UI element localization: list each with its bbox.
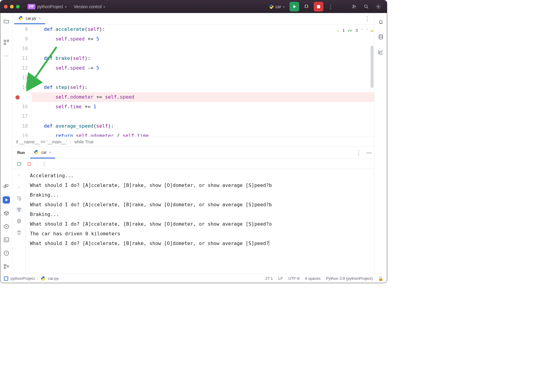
indent-setting[interactable]: 4 spaces — [305, 276, 321, 281]
project-tool-button[interactable] — [3, 18, 10, 25]
soft-wrap-button[interactable] — [16, 195, 22, 201]
svg-rect-8 — [4, 238, 8, 242]
editor[interactable]: 89101112131416171819 ⚠1 ✔✔3 ˄ ˅ def acce… — [12, 24, 374, 137]
next-highlight-button[interactable]: ˅ — [366, 26, 368, 35]
minimize-run-panel-button[interactable]: — — [366, 149, 372, 156]
gutter-line[interactable]: 12 — [12, 63, 28, 73]
stop-run-button[interactable] — [26, 161, 32, 167]
run-console[interactable]: Accelerating...What should I do? [A]ccel… — [26, 169, 374, 274]
gutter-line[interactable]: 18 — [12, 121, 28, 131]
sciview-button[interactable] — [377, 49, 384, 55]
rerun-button[interactable] — [16, 161, 22, 167]
minimize-window-button[interactable] — [10, 5, 14, 8]
gutter-line[interactable]: 8 — [12, 24, 28, 34]
breadcrumb-part-1[interactable]: if __name__ == '__main__' — [16, 139, 67, 144]
breadcrumb-separator-icon: › — [70, 139, 71, 144]
title-bar: PP pythonProject ▾ Version control ▾ car… — [0, 0, 387, 13]
close-window-button[interactable] — [4, 5, 8, 8]
more-menu-button[interactable]: ⋮ — [326, 2, 335, 11]
code-line[interactable]: self.speed += 5 — [32, 34, 374, 44]
run-panel-menu-button[interactable]: ⋮ — [356, 149, 361, 156]
breadcrumb-part-2[interactable]: while True — [74, 139, 94, 144]
packages-tool-button[interactable] — [3, 210, 10, 217]
code-line[interactable] — [32, 73, 374, 83]
editor-gutter[interactable]: 89101112131416171819 — [12, 24, 32, 137]
scroll-down-button[interactable]: ↓ — [16, 184, 22, 190]
settings-button[interactable] — [374, 2, 383, 11]
scroll-to-end-button[interactable] — [16, 207, 22, 213]
gutter-line[interactable]: 16 — [12, 102, 28, 112]
editor-breadcrumb[interactable]: if __name__ == '__main__' › while True — [12, 137, 374, 147]
code-line[interactable]: def accelerate(self): — [32, 24, 374, 34]
services-tool-button[interactable] — [3, 223, 10, 230]
tab-menu-button[interactable]: ⋮ — [362, 15, 372, 22]
vcs-tool-button[interactable] — [3, 263, 10, 270]
gutter-line[interactable]: 11 — [12, 54, 28, 63]
vcs-label: Version control — [74, 4, 102, 9]
delete-button[interactable] — [16, 230, 22, 236]
project-chooser[interactable]: PP pythonProject ▾ — [25, 3, 69, 11]
close-tab-button[interactable]: × — [39, 16, 41, 21]
gutter-line[interactable]: 14 — [12, 83, 28, 92]
status-project-name[interactable]: pythonProject — [11, 276, 35, 281]
editor-tab-carpy[interactable]: car.py × — [14, 13, 45, 24]
notifications-button[interactable] — [377, 18, 384, 25]
run-toolbar-menu-button[interactable]: ⋮ — [41, 161, 47, 167]
code-line[interactable]: self.odometer += self.speed — [32, 92, 374, 102]
code-with-me-button[interactable] — [349, 2, 359, 11]
gutter-line[interactable]: 17 — [12, 112, 28, 121]
run-tab-car[interactable]: car × — [30, 147, 55, 158]
code-line[interactable]: def step(self): — [32, 83, 374, 92]
code-line[interactable]: def brake(self): — [32, 54, 374, 63]
python-console-button[interactable] — [3, 183, 10, 190]
run-button[interactable] — [289, 2, 299, 11]
breakpoint-icon[interactable] — [15, 95, 20, 100]
code-line[interactable] — [32, 112, 374, 121]
gutter-line[interactable]: 19 — [12, 131, 28, 137]
search-button[interactable] — [361, 2, 371, 11]
gutter-line[interactable]: 13 — [12, 73, 28, 83]
structure-tool-button[interactable] — [3, 39, 10, 46]
left-toolrail: ⋯ — [0, 13, 12, 274]
more-tool-button[interactable]: ⋯ — [3, 52, 10, 59]
run-config-name: car — [276, 4, 281, 9]
close-run-tab-button[interactable]: × — [49, 150, 51, 155]
svg-point-1 — [353, 5, 355, 7]
svg-point-3 — [378, 6, 379, 8]
interpreter[interactable]: Python 3.9 (pythonProject) — [326, 276, 373, 281]
code-line[interactable]: self.speed -= 5 — [32, 63, 374, 73]
maximize-window-button[interactable] — [16, 5, 20, 8]
problems-tool-button[interactable] — [3, 250, 10, 257]
editor-scrollbar[interactable] — [371, 46, 374, 88]
traffic-lights — [4, 5, 20, 8]
terminal-tool-button[interactable] — [3, 236, 10, 243]
code-line[interactable] — [32, 44, 374, 54]
debug-button[interactable] — [302, 2, 311, 11]
print-button[interactable] — [16, 218, 22, 224]
run-config-chooser[interactable]: car ▾ — [266, 3, 287, 10]
python-icon — [18, 16, 23, 21]
gutter-line[interactable]: 9 — [12, 34, 28, 44]
editor-code[interactable]: ⚠1 ✔✔3 ˄ ˅ def accelerate(self): self.sp… — [32, 24, 374, 137]
prev-highlight-button[interactable]: ˄ — [361, 26, 363, 35]
run-tab-label: car — [41, 150, 47, 155]
line-separator[interactable]: LF — [278, 276, 283, 281]
scroll-up-button[interactable]: ↑ — [16, 172, 22, 178]
stop-button[interactable] — [314, 2, 323, 11]
database-button[interactable] — [377, 34, 384, 40]
readonly-lock-icon[interactable]: 🔒 — [378, 276, 383, 281]
file-encoding[interactable]: UTF-8 — [288, 276, 299, 281]
inspection-widget[interactable]: ⚠1 ✔✔3 ˄ ˅ — [337, 26, 368, 35]
status-file-name[interactable]: car.py — [48, 276, 59, 281]
gutter-line[interactable]: 10 — [12, 44, 28, 54]
cursor-position[interactable]: 27:1 — [265, 276, 273, 281]
code-line[interactable]: return self.odometer / self.time — [32, 131, 374, 137]
python-icon — [269, 4, 274, 9]
chevron-down-icon: ▾ — [103, 5, 105, 8]
code-line[interactable]: def average_speed(self): — [32, 121, 374, 131]
run-tool-button[interactable] — [3, 196, 10, 204]
vcs-chooser[interactable]: Version control ▾ — [71, 3, 108, 10]
status-project-icon[interactable] — [4, 276, 8, 281]
gutter-line[interactable] — [12, 92, 28, 102]
code-line[interactable]: self.time += 1 — [32, 102, 374, 112]
